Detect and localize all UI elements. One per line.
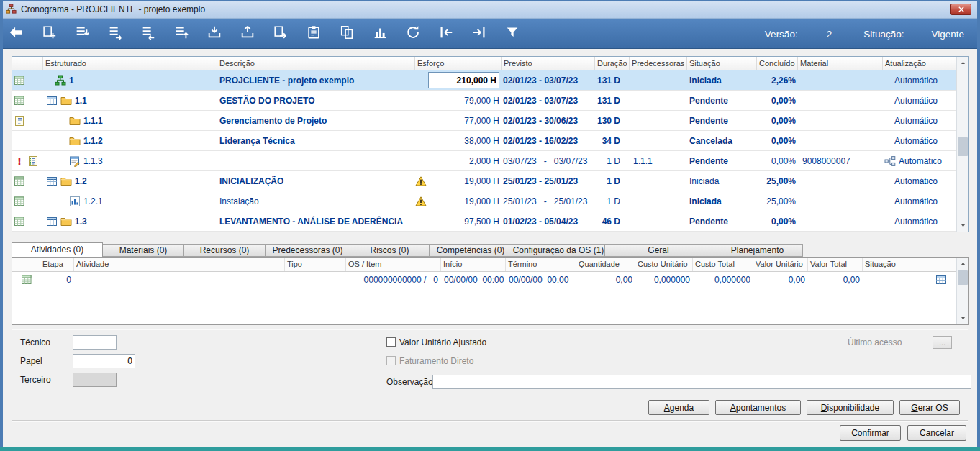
column-header-quantidade[interactable]: Quantidade — [576, 258, 635, 271]
column-header-descricao[interactable]: Descrição — [217, 57, 415, 70]
back-button[interactable] — [6, 24, 25, 44]
os-item-cell-num: 0 — [433, 275, 438, 285]
esforco-cell: 19,000 H — [415, 171, 502, 191]
esforco-editor[interactable]: 210,000 H — [428, 72, 499, 88]
atualizacao-value: Automático — [894, 96, 938, 106]
concluido-value: 2,26% — [771, 76, 796, 86]
table-icon — [46, 216, 58, 227]
tab-predecessoras-0[interactable]: Predecessoras (0) — [266, 244, 350, 257]
ultimo-acesso-button[interactable]: ... — [933, 336, 952, 349]
tab-materiais-0[interactable]: Materiais (0) — [103, 244, 184, 257]
add-task-button[interactable] — [39, 24, 58, 44]
situacao-cell: Iniciada — [687, 191, 757, 211]
filter-icon — [504, 24, 520, 43]
chart-button[interactable] — [370, 24, 389, 44]
task-row[interactable]: 1.2.1Instalação19,000 H25/01/23 - 25/01/… — [12, 191, 956, 211]
column-header-duracao[interactable]: Duração — [595, 57, 630, 70]
scroll-down-icon[interactable] — [957, 312, 968, 324]
task-row[interactable]: !1.1.32,000 H03/07/23 - 03/07/231 D1.1.1… — [12, 151, 956, 171]
column-header-estruturado[interactable]: Estruturado — [43, 57, 217, 70]
task-row[interactable]: 1.3LEVANTAMENTO - ANÁLISE DE ADERÊNCIA97… — [12, 211, 956, 232]
atualizacao-value: Automático — [894, 217, 938, 227]
cancelar-button[interactable]: Cancelar — [907, 425, 966, 441]
task-row[interactable]: 1.1.2Liderança Técnica38,000 H02/01/23 -… — [12, 131, 956, 151]
column-header-custo-total[interactable]: Custo Total — [693, 258, 753, 271]
material-cell — [798, 211, 883, 231]
tab-competencias-0[interactable]: Competências (0) — [430, 244, 512, 257]
column-header-previsto[interactable]: Previsto — [502, 57, 595, 70]
column-header-valor-total[interactable]: Valor Total — [808, 258, 863, 271]
scrollbar-thumb[interactable] — [958, 270, 968, 285]
column-header-situacao[interactable]: Situação — [687, 57, 757, 70]
grid-header: EstruturadoDescriçãoEsforçoPrevistoDuraç… — [12, 57, 956, 70]
column-header-material[interactable]: Material — [798, 57, 883, 70]
column-header-icons[interactable] — [12, 258, 40, 271]
move-task-button[interactable] — [171, 24, 191, 44]
task-row[interactable]: 1.2INICIALIZAÇÃO19,000 H25/01/23 - 25/01… — [12, 171, 956, 191]
task-row[interactable]: 1.1.1Gerenciamento de Projeto77,000 H02/… — [12, 111, 956, 131]
papel-input[interactable] — [73, 354, 135, 368]
export-button[interactable] — [237, 24, 257, 44]
activities-scrollbar[interactable] — [956, 258, 968, 324]
column-header-icons[interactable] — [925, 258, 956, 271]
material-cell: 9008000007 — [798, 151, 883, 170]
refresh-button[interactable] — [403, 24, 422, 44]
insert-child-button[interactable] — [72, 24, 91, 44]
column-header-os-item[interactable]: OS / Item — [346, 258, 441, 271]
gerar-os-button[interactable]: Gerar OS — [899, 400, 960, 415]
scroll-down-icon[interactable] — [957, 219, 968, 232]
close-button[interactable] — [950, 4, 971, 15]
column-header-inicio[interactable]: Início — [441, 258, 506, 271]
esforco-cell: 19,000 H — [415, 191, 502, 211]
scroll-up-icon[interactable] — [957, 258, 968, 270]
confirmar-button[interactable]: Confirmar — [840, 425, 901, 441]
apontamentos-button[interactable]: Apontamentos — [715, 400, 801, 415]
disponibilidade-button[interactable]: Disponibilidade — [807, 400, 894, 415]
indent-button[interactable] — [105, 24, 124, 44]
column-header-valor-unitario[interactable]: Valor Unitário — [753, 258, 808, 271]
column-header-etapa[interactable]: Etapa — [40, 258, 74, 271]
observacao-label: Observação — [386, 377, 433, 387]
column-header-termino[interactable]: Término — [506, 258, 576, 271]
quantidade-cell-value: 0,00 — [616, 275, 632, 285]
column-header-tipo[interactable]: Tipo — [285, 258, 346, 271]
task-row[interactable]: 1.1GESTÃO DO PROJETO79,000 H02/01/23 - 0… — [12, 91, 956, 111]
paste-button[interactable] — [304, 24, 323, 44]
grid-scrollbar[interactable] — [956, 57, 968, 232]
column-header-icons[interactable] — [12, 57, 43, 70]
tab-configuracao-da-os-1[interactable]: Configuração da OS (1) — [512, 244, 605, 257]
outdent-button[interactable] — [138, 24, 158, 44]
copy-button[interactable] — [337, 24, 356, 44]
insert-child-icon — [74, 24, 90, 43]
task-row[interactable]: 1PROJCLIENTE - projeto exemplo210,000 H0… — [12, 70, 956, 91]
valor-unitario-ajustado-checkbox[interactable] — [386, 337, 396, 347]
filter-button[interactable] — [502, 24, 522, 44]
import-button[interactable] — [204, 24, 224, 44]
tab-atividades-0[interactable]: Atividades (0) — [12, 242, 103, 257]
column-header-predecessoras[interactable]: Predecessoras — [630, 57, 687, 70]
column-header-situacao[interactable]: Situação — [863, 258, 925, 271]
concluido-cell: 0,00% — [757, 131, 798, 150]
agenda-button[interactable]: Agenda — [648, 400, 709, 415]
scrollbar-thumb[interactable] — [958, 137, 968, 156]
column-header-custo-unitario[interactable]: Custo Unitário — [635, 258, 693, 271]
column-header-atividade[interactable]: Atividade — [74, 258, 285, 271]
column-header-concluido[interactable]: Concluído — [757, 57, 798, 70]
tab-geral[interactable]: Geral — [605, 244, 712, 257]
tecnico-input[interactable] — [73, 335, 117, 350]
action-buttons: AgendaApontamentosDisponibilidadeGerar O… — [648, 400, 960, 415]
scroll-up-icon[interactable] — [957, 57, 968, 69]
tab-recursos-0[interactable]: Recursos (0) — [184, 244, 266, 257]
column-header-esforco[interactable]: Esforço — [415, 57, 502, 70]
folder-icon — [60, 176, 72, 187]
observacao-input[interactable] — [432, 375, 971, 389]
duracao-value: 1 D — [607, 196, 620, 206]
nav-end-button[interactable] — [469, 24, 489, 44]
send-sheet-button[interactable] — [271, 24, 290, 44]
nav-start-button[interactable] — [436, 24, 455, 44]
column-header-atualizacao[interactable]: Atualização — [883, 57, 956, 70]
descricao-cell: Liderança Técnica — [217, 131, 415, 150]
activity-row[interactable]: 0000000000000 /000/00/00 00:0000/00/00 0… — [12, 272, 956, 288]
tab-riscos-0[interactable]: Riscos (0) — [350, 244, 430, 257]
tab-planejamento[interactable]: Planejamento — [712, 244, 803, 257]
